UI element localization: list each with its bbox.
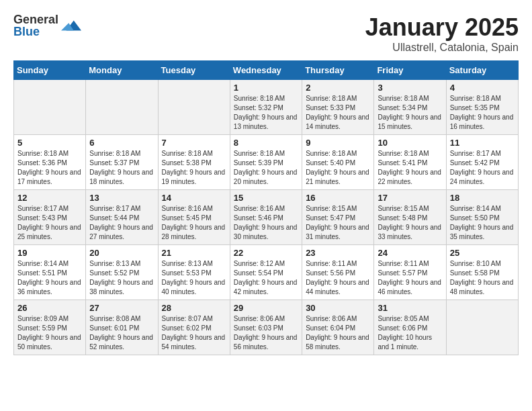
day-info: Sunrise: 8:17 AM Sunset: 5:44 PM Dayligh… (89, 204, 154, 242)
calendar-day-16: 16Sunrise: 8:15 AM Sunset: 5:47 PM Dayli… (302, 190, 374, 245)
day-info: Sunrise: 8:18 AM Sunset: 5:34 PM Dayligh… (378, 94, 442, 132)
day-number: 26 (17, 303, 82, 313)
day-number: 21 (162, 248, 226, 258)
header-tuesday: Tuesday (158, 61, 230, 80)
calendar-week-row: 5Sunrise: 8:18 AM Sunset: 5:36 PM Daylig… (14, 135, 519, 190)
day-number: 19 (17, 248, 82, 258)
day-info: Sunrise: 8:18 AM Sunset: 5:41 PM Dayligh… (378, 149, 442, 187)
day-number: 2 (306, 83, 370, 93)
day-number: 12 (17, 193, 82, 203)
calendar-week-row: 26Sunrise: 8:09 AM Sunset: 5:59 PM Dayli… (14, 300, 519, 355)
day-number: 13 (89, 193, 154, 203)
day-number: 31 (378, 303, 442, 313)
calendar-day-20: 20Sunrise: 8:13 AM Sunset: 5:52 PM Dayli… (86, 245, 158, 300)
calendar-day-25: 25Sunrise: 8:10 AM Sunset: 5:58 PM Dayli… (446, 245, 518, 300)
header-monday: Monday (86, 61, 158, 80)
day-number: 30 (306, 303, 370, 313)
day-info: Sunrise: 8:18 AM Sunset: 5:37 PM Dayligh… (89, 149, 154, 187)
day-info: Sunrise: 8:12 AM Sunset: 5:54 PM Dayligh… (234, 259, 298, 297)
calendar-empty-cell (158, 80, 230, 135)
day-number: 3 (378, 83, 442, 93)
day-number: 7 (162, 138, 226, 148)
day-info: Sunrise: 8:18 AM Sunset: 5:32 PM Dayligh… (234, 94, 298, 132)
header-thursday: Thursday (302, 61, 374, 80)
calendar-table: SundayMondayTuesdayWednesdayThursdayFrid… (13, 60, 519, 355)
day-info: Sunrise: 8:16 AM Sunset: 5:46 PM Dayligh… (234, 204, 298, 242)
day-info: Sunrise: 8:08 AM Sunset: 6:01 PM Dayligh… (89, 314, 154, 352)
day-number: 8 (234, 138, 298, 148)
day-info: Sunrise: 8:14 AM Sunset: 5:50 PM Dayligh… (450, 204, 515, 242)
day-number: 14 (162, 193, 226, 203)
day-number: 15 (234, 193, 298, 203)
day-number: 24 (378, 248, 442, 258)
calendar-day-7: 7Sunrise: 8:18 AM Sunset: 5:38 PM Daylig… (158, 135, 230, 190)
day-number: 17 (378, 193, 442, 203)
header-sunday: Sunday (14, 61, 86, 80)
logo-icon (61, 15, 81, 36)
day-info: Sunrise: 8:16 AM Sunset: 5:45 PM Dayligh… (162, 204, 226, 242)
location: Ullastrell, Catalonia, Spain (365, 42, 519, 54)
day-number: 1 (234, 83, 298, 93)
calendar-day-22: 22Sunrise: 8:12 AM Sunset: 5:54 PM Dayli… (230, 245, 302, 300)
calendar-day-28: 28Sunrise: 8:07 AM Sunset: 6:02 PM Dayli… (158, 300, 230, 355)
day-number: 25 (450, 248, 515, 258)
day-number: 16 (306, 193, 370, 203)
day-number: 5 (17, 138, 82, 148)
calendar-day-1: 1Sunrise: 8:18 AM Sunset: 5:32 PM Daylig… (230, 80, 302, 135)
day-number: 20 (89, 248, 154, 258)
calendar-day-9: 9Sunrise: 8:18 AM Sunset: 5:40 PM Daylig… (302, 135, 374, 190)
calendar-day-3: 3Sunrise: 8:18 AM Sunset: 5:34 PM Daylig… (374, 80, 446, 135)
day-info: Sunrise: 8:13 AM Sunset: 5:52 PM Dayligh… (89, 259, 154, 297)
day-number: 23 (306, 248, 370, 258)
calendar-week-row: 19Sunrise: 8:14 AM Sunset: 5:51 PM Dayli… (14, 245, 519, 300)
day-info: Sunrise: 8:07 AM Sunset: 6:02 PM Dayligh… (162, 314, 226, 352)
calendar-day-27: 27Sunrise: 8:08 AM Sunset: 6:01 PM Dayli… (86, 300, 158, 355)
day-number: 4 (450, 83, 515, 93)
day-number: 10 (378, 138, 442, 148)
day-info: Sunrise: 8:17 AM Sunset: 5:43 PM Dayligh… (17, 204, 82, 242)
day-info: Sunrise: 8:09 AM Sunset: 5:59 PM Dayligh… (17, 314, 82, 352)
day-number: 28 (162, 303, 226, 313)
header-saturday: Saturday (446, 61, 518, 80)
calendar-day-5: 5Sunrise: 8:18 AM Sunset: 5:36 PM Daylig… (14, 135, 86, 190)
calendar-day-2: 2Sunrise: 8:18 AM Sunset: 5:33 PM Daylig… (302, 80, 374, 135)
calendar-day-10: 10Sunrise: 8:18 AM Sunset: 5:41 PM Dayli… (374, 135, 446, 190)
day-number: 9 (306, 138, 370, 148)
title-block: January 2025 Ullastrell, Catalonia, Spai… (365, 13, 519, 54)
day-info: Sunrise: 8:06 AM Sunset: 6:04 PM Dayligh… (306, 314, 370, 352)
day-info: Sunrise: 8:15 AM Sunset: 5:48 PM Dayligh… (378, 204, 442, 242)
day-number: 18 (450, 193, 515, 203)
calendar-day-23: 23Sunrise: 8:11 AM Sunset: 5:56 PM Dayli… (302, 245, 374, 300)
day-info: Sunrise: 8:14 AM Sunset: 5:51 PM Dayligh… (17, 259, 82, 297)
calendar-day-24: 24Sunrise: 8:11 AM Sunset: 5:57 PM Dayli… (374, 245, 446, 300)
day-info: Sunrise: 8:11 AM Sunset: 5:56 PM Dayligh… (306, 259, 370, 297)
day-info: Sunrise: 8:18 AM Sunset: 5:35 PM Dayligh… (450, 94, 515, 132)
calendar-day-21: 21Sunrise: 8:13 AM Sunset: 5:53 PM Dayli… (158, 245, 230, 300)
calendar-empty-cell (14, 80, 86, 135)
calendar-day-13: 13Sunrise: 8:17 AM Sunset: 5:44 PM Dayli… (86, 190, 158, 245)
day-info: Sunrise: 8:18 AM Sunset: 5:33 PM Dayligh… (306, 94, 370, 132)
header-friday: Friday (374, 61, 446, 80)
day-number: 27 (89, 303, 154, 313)
calendar-day-14: 14Sunrise: 8:16 AM Sunset: 5:45 PM Dayli… (158, 190, 230, 245)
day-info: Sunrise: 8:06 AM Sunset: 6:03 PM Dayligh… (234, 314, 298, 352)
day-info: Sunrise: 8:17 AM Sunset: 5:42 PM Dayligh… (450, 149, 515, 187)
month-title: January 2025 (365, 13, 519, 42)
calendar-day-17: 17Sunrise: 8:15 AM Sunset: 5:48 PM Dayli… (374, 190, 446, 245)
calendar-week-row: 1Sunrise: 8:18 AM Sunset: 5:32 PM Daylig… (14, 80, 519, 135)
page-header: General Blue January 2025 Ullastrell, Ca… (13, 13, 519, 54)
calendar-day-15: 15Sunrise: 8:16 AM Sunset: 5:46 PM Dayli… (230, 190, 302, 245)
day-number: 22 (234, 248, 298, 258)
day-info: Sunrise: 8:18 AM Sunset: 5:36 PM Dayligh… (17, 149, 82, 187)
logo: General Blue (13, 13, 81, 38)
day-number: 11 (450, 138, 515, 148)
calendar-day-12: 12Sunrise: 8:17 AM Sunset: 5:43 PM Dayli… (14, 190, 86, 245)
calendar-day-4: 4Sunrise: 8:18 AM Sunset: 5:35 PM Daylig… (446, 80, 518, 135)
day-info: Sunrise: 8:11 AM Sunset: 5:57 PM Dayligh… (378, 259, 442, 297)
calendar-day-19: 19Sunrise: 8:14 AM Sunset: 5:51 PM Dayli… (14, 245, 86, 300)
calendar-day-6: 6Sunrise: 8:18 AM Sunset: 5:37 PM Daylig… (86, 135, 158, 190)
calendar-day-26: 26Sunrise: 8:09 AM Sunset: 5:59 PM Dayli… (14, 300, 86, 355)
calendar-empty-cell (86, 80, 158, 135)
logo-general: General (13, 13, 58, 26)
calendar-day-29: 29Sunrise: 8:06 AM Sunset: 6:03 PM Dayli… (230, 300, 302, 355)
